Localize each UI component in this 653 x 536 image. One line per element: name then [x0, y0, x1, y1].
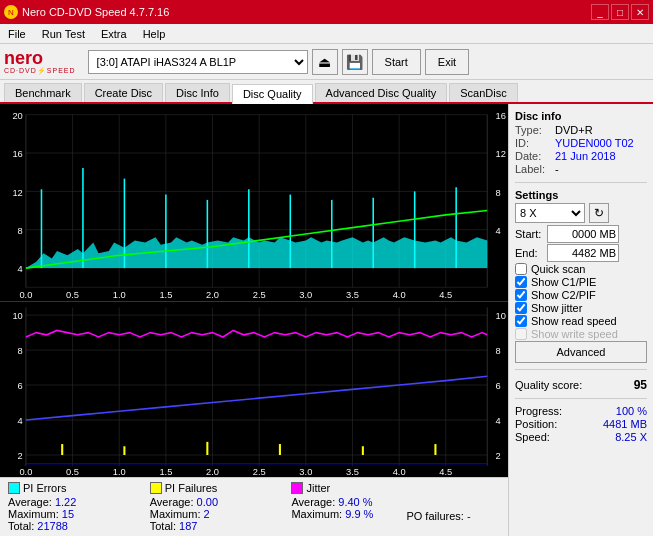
- title-bar: N Nero CD-DVD Speed 4.7.7.16 _ □ ✕: [0, 0, 653, 24]
- show-c1-pie-checkbox[interactable]: [515, 276, 527, 288]
- pi-failures-total: Total: 187: [150, 520, 284, 532]
- pi-errors-stat: PI Errors Average: 1.22 Maximum: 15 Tota…: [8, 482, 142, 532]
- svg-text:12: 12: [12, 187, 22, 198]
- tab-benchmark[interactable]: Benchmark: [4, 83, 82, 102]
- disc-date-value: 21 Jun 2018: [555, 150, 616, 162]
- right-panel: Disc info Type: DVD+R ID: YUDEN000 T02 D…: [508, 104, 653, 536]
- svg-text:10: 10: [496, 310, 506, 321]
- pi-failures-stat: PI Failures Average: 0.00 Maximum: 2 Tot…: [150, 482, 284, 532]
- svg-text:2.5: 2.5: [253, 289, 266, 300]
- svg-text:2: 2: [496, 450, 501, 461]
- advanced-button[interactable]: Advanced: [515, 341, 647, 363]
- svg-text:4.5: 4.5: [439, 466, 452, 477]
- start-button[interactable]: Start: [372, 49, 421, 75]
- show-c1-pie-row: Show C1/PIE: [515, 276, 647, 288]
- title-bar-left: N Nero CD-DVD Speed 4.7.7.16: [4, 5, 169, 19]
- disc-date-row: Date: 21 Jun 2018: [515, 150, 647, 162]
- svg-text:0.5: 0.5: [66, 466, 79, 477]
- pi-errors-total: Total: 21788: [8, 520, 142, 532]
- menu-extra[interactable]: Extra: [93, 26, 135, 42]
- show-write-speed-row: Show write speed: [515, 328, 647, 340]
- end-input[interactable]: 4482 MB: [547, 244, 619, 262]
- save-button[interactable]: 💾: [342, 49, 368, 75]
- tab-disc-info[interactable]: Disc Info: [165, 83, 230, 102]
- show-c2-pif-checkbox[interactable]: [515, 289, 527, 301]
- jitter-label: Jitter: [306, 482, 330, 494]
- speed-value: 8.25 X: [615, 431, 647, 443]
- svg-text:8: 8: [18, 225, 23, 236]
- menu-help[interactable]: Help: [135, 26, 174, 42]
- show-read-speed-row: Show read speed: [515, 315, 647, 327]
- svg-text:12: 12: [496, 148, 506, 159]
- quality-score-value: 95: [634, 378, 647, 392]
- svg-text:6: 6: [496, 380, 501, 391]
- eject-button[interactable]: ⏏: [312, 49, 338, 75]
- jitter-color: [291, 482, 303, 494]
- show-jitter-label: Show jitter: [531, 302, 582, 314]
- settings-title: Settings: [515, 189, 647, 201]
- svg-text:3.5: 3.5: [346, 289, 359, 300]
- svg-text:3.0: 3.0: [299, 289, 312, 300]
- svg-text:1.0: 1.0: [113, 466, 126, 477]
- menu-file[interactable]: File: [0, 26, 34, 42]
- pi-errors-color: [8, 482, 20, 494]
- disc-id-value: YUDEN000 T02: [555, 137, 634, 149]
- stats-footer: PI Errors Average: 1.22 Maximum: 15 Tota…: [0, 477, 508, 536]
- title-bar-controls: _ □ ✕: [591, 4, 649, 20]
- pi-failures-avg: Average: 0.00: [150, 496, 284, 508]
- position-label: Position:: [515, 418, 557, 430]
- start-input[interactable]: 0000 MB: [547, 225, 619, 243]
- bottom-chart-svg: 10 8 6 4 2 10 8 6 4 2: [0, 302, 508, 477]
- logo: nero CD·DVD⚡SPEED: [4, 49, 76, 74]
- show-c2-pif-label: Show C2/PIF: [531, 289, 596, 301]
- tab-create-disc[interactable]: Create Disc: [84, 83, 163, 102]
- po-failures-label: PO failures:: [406, 510, 463, 522]
- drive-select[interactable]: [3:0] ATAPI iHAS324 A BL1P: [88, 50, 308, 74]
- progress-label: Progress:: [515, 405, 562, 417]
- menu-run-test[interactable]: Run Test: [34, 26, 93, 42]
- maximize-button[interactable]: □: [611, 4, 629, 20]
- jitter-stat: Jitter Average: 9.40 % Maximum: 9.9 %: [291, 482, 398, 532]
- svg-text:4.5: 4.5: [439, 289, 452, 300]
- pi-failures-total-val: 187: [179, 520, 197, 532]
- svg-text:16: 16: [496, 110, 506, 121]
- quick-scan-checkbox[interactable]: [515, 263, 527, 275]
- start-row: Start: 0000 MB: [515, 225, 647, 243]
- disc-type-value: DVD+R: [555, 124, 593, 136]
- show-jitter-checkbox[interactable]: [515, 302, 527, 314]
- speed-select[interactable]: 8 X 4 X 12 X 16 X MAX: [515, 203, 585, 223]
- svg-text:20: 20: [12, 110, 22, 121]
- logo-nero: nero: [4, 49, 76, 67]
- tab-advanced-disc-quality[interactable]: Advanced Disc Quality: [315, 83, 448, 102]
- disc-type-row: Type: DVD+R: [515, 124, 647, 136]
- chart-area: 20 16 12 8 4 16 12 8 4: [0, 104, 508, 536]
- tab-disc-quality[interactable]: Disc Quality: [232, 84, 313, 104]
- po-failures: PO failures: -: [406, 510, 500, 522]
- svg-text:4: 4: [18, 415, 24, 426]
- tab-scan-disc[interactable]: ScanDisc: [449, 83, 517, 102]
- menu-bar: File Run Test Extra Help: [0, 24, 653, 44]
- svg-text:0.0: 0.0: [19, 289, 32, 300]
- progress-row: Progress: 100 %: [515, 405, 647, 417]
- speed-row: 8 X 4 X 12 X 16 X MAX ↻: [515, 203, 647, 223]
- top-chart: 20 16 12 8 4 16 12 8 4: [0, 104, 508, 302]
- app-icon: N: [4, 5, 18, 19]
- exit-button[interactable]: Exit: [425, 49, 469, 75]
- speed-label: Speed:: [515, 431, 550, 443]
- app-title: Nero CD-DVD Speed 4.7.7.16: [22, 6, 169, 18]
- divider-3: [515, 398, 647, 399]
- minimize-button[interactable]: _: [591, 4, 609, 20]
- svg-text:2.0: 2.0: [206, 289, 219, 300]
- jitter-max-val: 9.9 %: [345, 508, 373, 520]
- pi-errors-max-val: 15: [62, 508, 74, 520]
- svg-text:8: 8: [18, 345, 23, 356]
- close-button[interactable]: ✕: [631, 4, 649, 20]
- end-row: End: 4482 MB: [515, 244, 647, 262]
- jitter-avg-val: 9.40 %: [338, 496, 372, 508]
- refresh-button[interactable]: ↻: [589, 203, 609, 223]
- divider-1: [515, 182, 647, 183]
- quality-score-row: Quality score: 95: [515, 378, 647, 392]
- position-value: 4481 MB: [603, 418, 647, 430]
- divider-2: [515, 369, 647, 370]
- show-read-speed-checkbox[interactable]: [515, 315, 527, 327]
